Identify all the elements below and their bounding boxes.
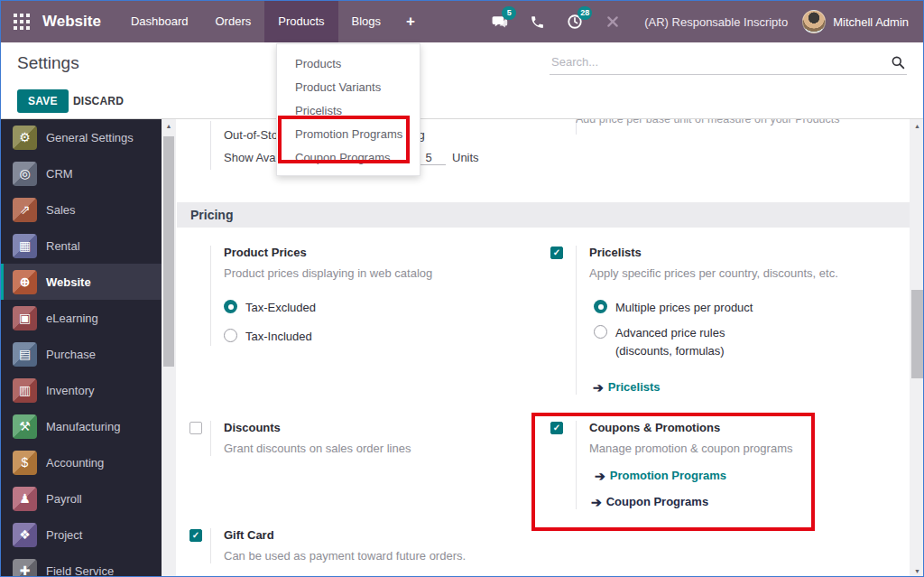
sidebar-item-manufacturing[interactable]: ⚒Manufacturing <box>1 408 162 444</box>
menu-item-promotion-programs[interactable]: Promotion Programs <box>277 123 420 146</box>
divider <box>210 121 211 170</box>
coupons-title: Coupons & Promotions <box>589 421 882 435</box>
gift-card-checkbox[interactable]: ✓ <box>189 529 202 542</box>
coupons-desc: Manage promotion & coupon programs <box>589 441 882 456</box>
check-icon: ✓ <box>553 248 560 257</box>
product-prices-desc: Product prices displaying in web catalog <box>224 265 508 281</box>
sidebar-item-inventory[interactable]: ▥Inventory <box>1 372 162 408</box>
new-content-button[interactable]: + <box>394 1 427 42</box>
nav-item-products[interactable]: Products <box>264 1 337 42</box>
multiple-prices-option[interactable]: Multiple prices per product <box>594 299 882 317</box>
discounts-block: Discounts Grant discounts on sales order… <box>210 421 508 456</box>
crm-icon: ◎ <box>13 162 37 186</box>
systray: 5 28 (AR) Responsable Inscripto Mitchell… <box>480 1 923 42</box>
arrow-right-icon: ➔ <box>591 495 602 509</box>
field-service-icon: ✚ <box>13 559 37 577</box>
scroll-up-icon[interactable]: ▲ <box>910 123 924 129</box>
pricelists-link[interactable]: ➔ Pricelists <box>593 380 882 395</box>
scroll-down-icon[interactable]: ▼ <box>910 568 924 574</box>
nav-item-blogs[interactable]: Blogs <box>338 1 395 42</box>
content-scrollbar[interactable]: ▲ ▼ <box>910 119 924 577</box>
app-window: Website Dashboard Orders Products Blogs … <box>0 0 924 577</box>
discounts-title: Discounts <box>224 421 508 435</box>
app-brand[interactable]: Website <box>39 13 117 31</box>
sidebar-scrollbar-thumb[interactable] <box>163 136 174 367</box>
discounts-desc: Grant discounts on sales order lines <box>224 441 508 456</box>
units-label: Units <box>452 151 479 164</box>
sidebar-item-project[interactable]: ❖Project <box>1 517 162 553</box>
messages-icon[interactable]: 5 <box>490 13 508 31</box>
pricelists-checkbox[interactable]: ✓ <box>550 247 563 259</box>
tax-included-option[interactable]: Tax-Included <box>224 328 508 346</box>
sidebar-item-rental[interactable]: ▦Rental <box>1 228 162 264</box>
arrow-right-icon: ➔ <box>593 380 604 395</box>
sidebar-item-payroll[interactable]: ♟Payroll <box>1 480 162 517</box>
gift-card-block: ✓ Gift Card Can be used as payment towar… <box>210 528 517 563</box>
elearning-icon: ▣ <box>13 306 37 330</box>
sidebar-item-accounting[interactable]: $Accounting <box>1 444 162 480</box>
sales-icon: ⇗ <box>13 198 37 222</box>
coupon-programs-link[interactable]: ➔ Coupon Programs <box>591 495 882 509</box>
inventory-icon: ▥ <box>13 378 37 403</box>
check-icon: ✓ <box>192 531 199 540</box>
gift-card-title: Gift Card <box>224 528 517 543</box>
pricing-section-title: Pricing <box>190 208 233 222</box>
activities-badge: 28 <box>578 6 592 20</box>
user-avatar[interactable] <box>802 10 826 33</box>
menu-item-products[interactable]: Products <box>277 52 420 76</box>
user-menu[interactable]: Mitchell Admin <box>833 15 909 29</box>
radio-icon[interactable] <box>594 325 607 339</box>
activities-clock-icon[interactable]: 28 <box>566 13 584 31</box>
sidebar-item-field-service[interactable]: ✚Field Service <box>1 553 162 577</box>
tools-icon[interactable] <box>604 13 622 31</box>
apps-grid-icon[interactable] <box>14 13 32 31</box>
promotion-programs-link[interactable]: ➔ Promotion Programs <box>595 469 882 483</box>
nav-item-dashboard[interactable]: Dashboard <box>117 1 202 42</box>
sidebar-item-crm[interactable]: ◎CRM <box>1 155 162 191</box>
nav-item-orders[interactable]: Orders <box>201 1 264 42</box>
sidebar-item-elearning[interactable]: ▣eLearning <box>1 300 162 336</box>
radio-selected-icon[interactable] <box>224 300 237 313</box>
phone-icon[interactable] <box>528 13 546 31</box>
radio-icon[interactable] <box>224 329 237 342</box>
scroll-up-icon[interactable]: ▲ <box>162 123 176 129</box>
base-unit-note-wrap: Add price per base unit of measure on yo… <box>576 119 901 133</box>
pricelists-block: ✓ Pricelists Apply specific prices per c… <box>576 246 882 395</box>
manufacturing-icon: ⚒ <box>13 414 37 439</box>
tax-excluded-option[interactable]: Tax-Excluded <box>224 299 508 317</box>
sidebar-item-purchase[interactable]: ▤Purchase <box>1 336 162 372</box>
settings-content: Out-of-Stock Continue Selling Show Avail… <box>177 119 910 577</box>
base-unit-note: Add price per base unit of measure on yo… <box>576 119 901 126</box>
search-icon[interactable] <box>891 55 905 70</box>
search-input[interactable] <box>550 50 907 75</box>
content-scrollbar-thumb[interactable] <box>911 290 923 378</box>
sidebar-item-website[interactable]: ⊕Website <box>1 264 162 300</box>
pricelists-desc: Apply specific prices per country, disco… <box>589 265 882 281</box>
discard-button[interactable]: DISCARD <box>73 95 124 107</box>
top-navbar: Website Dashboard Orders Products Blogs … <box>1 1 923 42</box>
menu-item-pricelists[interactable]: Pricelists <box>277 99 420 123</box>
save-button[interactable]: SAVE <box>17 89 69 113</box>
pricelists-title: Pricelists <box>589 246 882 260</box>
accounting-icon: $ <box>13 451 37 475</box>
product-prices-block: Product Prices Product prices displaying… <box>210 246 508 346</box>
sidebar-item-sales[interactable]: ⇗Sales <box>1 191 162 228</box>
radio-selected-icon[interactable] <box>594 300 607 313</box>
messages-badge: 5 <box>502 6 516 20</box>
advanced-price-rules-option[interactable]: Advanced price rules (discounts, formula… <box>594 324 882 360</box>
settings-sidebar: ⚙General Settings ◎CRM ⇗Sales ▦Rental ⊕W… <box>1 119 162 577</box>
company-switcher[interactable]: (AR) Responsable Inscripto <box>644 15 788 29</box>
purchase-icon: ▤ <box>13 342 37 367</box>
discounts-checkbox[interactable] <box>189 422 202 434</box>
coupons-checkbox[interactable]: ✓ <box>550 422 563 434</box>
page-title: Settings <box>17 53 79 73</box>
website-icon: ⊕ <box>13 270 37 294</box>
control-panel: Settings SAVE DISCARD <box>1 42 923 119</box>
product-prices-title: Product Prices <box>224 246 508 260</box>
sidebar-scrollbar[interactable]: ▲ <box>162 119 176 577</box>
menu-item-product-variants[interactable]: Product Variants <box>277 76 420 99</box>
sidebar-item-general-settings[interactable]: ⚙General Settings <box>1 119 162 155</box>
menu-item-coupon-programs[interactable]: Coupon Programs <box>277 146 420 170</box>
check-icon: ✓ <box>553 423 560 433</box>
project-icon: ❖ <box>13 523 37 547</box>
